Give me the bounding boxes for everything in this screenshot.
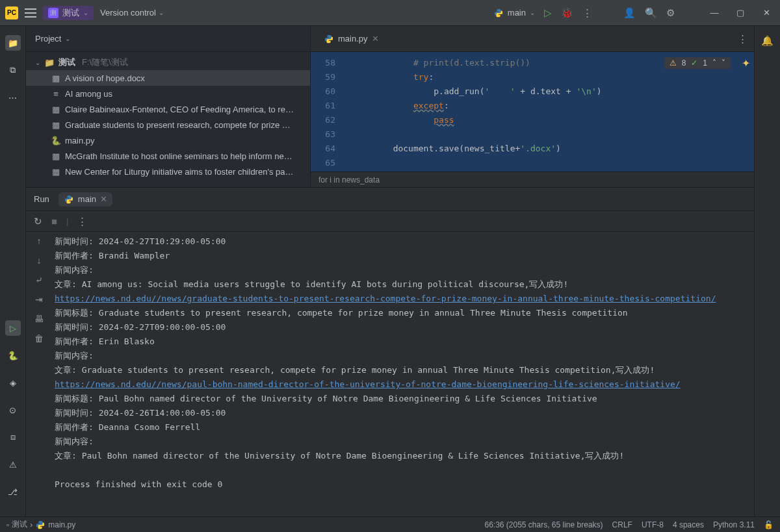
scroll-to-end-icon[interactable]: ⇥ <box>35 294 43 305</box>
titlebar: PC 测 测试 ⌄ Version control ⌄ main ⌄ ▷ 🐞 ⋮… <box>0 0 780 26</box>
tree-item[interactable]: ▦Graduate students to present research, … <box>26 117 310 133</box>
code-with-me-icon[interactable]: 👤 <box>623 7 636 19</box>
file-icon: ▦ <box>51 120 61 130</box>
interpreter[interactable]: Python 3.11 <box>713 520 755 529</box>
file-icon: ▦ <box>51 167 61 177</box>
chevron-down-icon: ⌄ <box>35 59 40 66</box>
nav-breadcrumb[interactable]: ▫ 测试 › main.py <box>6 519 75 530</box>
project-name: 测试 <box>62 7 79 19</box>
more-tools-button[interactable]: ⋯ <box>5 90 21 105</box>
file-icon: 🐍 <box>51 136 61 146</box>
debug-button[interactable]: 🐞 <box>561 7 573 19</box>
window-close[interactable]: ✕ <box>758 5 775 21</box>
editor-breadcrumb[interactable]: for i in news_data <box>311 171 754 187</box>
search-everywhere-icon[interactable]: 🔍 <box>645 7 657 19</box>
passed-count: 1 <box>703 58 707 68</box>
window-minimize[interactable]: — <box>706 5 723 21</box>
project-tool-button[interactable]: 📁 <box>5 35 21 51</box>
clear-icon[interactable]: 🗑 <box>34 333 44 344</box>
python-icon <box>324 34 334 44</box>
file-name: New Center for Liturgy initiative aims t… <box>65 167 293 177</box>
chevron-down-icon: ⌄ <box>159 9 164 16</box>
services-tool-button[interactable]: ◈ <box>5 375 21 390</box>
editor-more-icon[interactable]: ⋮ <box>738 33 748 45</box>
caret-position[interactable]: 66:36 (2055 chars, 65 line breaks) <box>484 520 603 529</box>
more-button[interactable]: ⋮ <box>77 216 87 227</box>
run-side-toolbar: ↑ ↓ ⤶ ⇥ 🖶 🗑 <box>26 232 52 516</box>
file-icon: ▦ <box>51 73 61 83</box>
left-tool-rail: 📁 ⧉ ⋯ ▷ 🐍 ◈ ⊙ ⧈ ⚠ ⎇ <box>0 26 26 516</box>
notifications-icon[interactable]: 🔔 <box>761 35 774 47</box>
project-tree[interactable]: ⌄ 📁 测试 F:\随笔\测试▦A vision of hope.docx≡AI… <box>26 52 310 187</box>
python-console-button[interactable]: 🐍 <box>5 348 21 363</box>
file-name: Graduate students to present research, c… <box>65 120 291 130</box>
up-stack-icon[interactable]: ↑ <box>37 236 42 246</box>
indent-setting[interactable]: 4 spaces <box>673 520 704 529</box>
breadcrumb-text: for i in news_data <box>318 175 380 184</box>
chevron-up-icon[interactable]: ˄ <box>712 58 716 68</box>
status-bar: ▫ 测试 › main.py 66:36 (2055 chars, 65 lin… <box>0 516 780 532</box>
soft-wrap-icon[interactable]: ⤶ <box>35 275 43 285</box>
chevron-down-icon: ⌄ <box>530 9 535 16</box>
more-actions-button[interactable]: ⋮ <box>582 7 592 19</box>
run-button[interactable]: ▷ <box>544 7 552 19</box>
run-configuration-selector[interactable]: main ⌄ <box>493 8 535 18</box>
window-restore[interactable]: ▢ <box>732 5 749 21</box>
vcs-menu[interactable]: Version control ⌄ <box>100 8 164 18</box>
run-toolbar: ↻ ■ | ⋮ <box>26 211 754 232</box>
structure-tool-button[interactable]: ⧉ <box>5 62 21 78</box>
run-tool-button[interactable]: ▷ <box>5 320 21 336</box>
project-selector[interactable]: 测 测试 ⌄ <box>43 6 94 20</box>
console-link[interactable]: https://news.nd.edu//news/graduate-stude… <box>55 294 716 303</box>
settings-icon[interactable]: ⚙ <box>666 7 675 19</box>
tree-item[interactable]: ▦New Center for Liturgy initiative aims … <box>26 164 310 179</box>
tree-item[interactable]: ≡AI among us <box>26 86 310 101</box>
print-icon[interactable]: 🖶 <box>34 314 44 324</box>
line-separator[interactable]: CRLF <box>612 520 632 529</box>
lock-icon[interactable]: 🔓 <box>764 520 774 529</box>
tree-root[interactable]: ⌄ 📁 测试 F:\随笔\测试 <box>26 55 310 70</box>
editor-tab[interactable]: main.py ✕ <box>318 26 384 51</box>
editor-body[interactable]: 5859606162636465 # print(d.text.strip())… <box>311 52 754 171</box>
editor-gutter: 5859606162636465 <box>311 52 342 171</box>
main-menu-button[interactable] <box>25 8 36 18</box>
editor-tab-label: main.py <box>338 34 368 44</box>
editor-panel: main.py ✕ ⋮ 5859606162636465 # print(d.t… <box>311 26 754 187</box>
chevron-down-icon[interactable]: ˅ <box>722 58 725 68</box>
run-tab[interactable]: main ✕ <box>58 192 112 207</box>
code-area[interactable]: # print(d.text.strip()) try: p.add_run('… <box>342 52 754 171</box>
down-stack-icon[interactable]: ↓ <box>37 255 42 266</box>
app-logo: PC <box>5 6 18 19</box>
stop-button[interactable]: ■ <box>51 216 57 227</box>
tree-item[interactable]: ▦McGrath Institute to host online semina… <box>26 148 310 164</box>
project-panel-header[interactable]: Project ⌄ <box>26 26 310 52</box>
tree-item[interactable]: 🐍main.py <box>26 133 310 148</box>
chevron-down-icon: ⌄ <box>83 9 88 16</box>
breadcrumb-project: 测试 <box>12 519 27 530</box>
run-panel-header: Run main ✕ <box>26 188 754 211</box>
ai-assistant-icon[interactable]: ✦ <box>742 57 750 70</box>
console-link[interactable]: https://news.nd.edu//news/paul-bohn-name… <box>55 379 681 389</box>
vcs-tool-button[interactable]: ⎇ <box>5 484 21 500</box>
warning-count: 8 <box>682 58 686 68</box>
run-tab-label: main <box>78 194 96 204</box>
tree-item[interactable]: ▦Claire Babineaux-Fontenot, CEO of Feedi… <box>26 101 310 117</box>
chevron-down-icon: ⌄ <box>65 35 70 42</box>
file-icon: ≡ <box>51 89 61 99</box>
close-tab-icon[interactable]: ✕ <box>100 194 107 204</box>
file-name: McGrath Institute to host online seminar… <box>65 151 292 161</box>
rerun-button[interactable]: ↻ <box>34 216 42 227</box>
project-badge-icon: 测 <box>48 8 58 18</box>
problems-tool-button[interactable]: ⚠ <box>5 457 21 472</box>
tree-item[interactable]: ▦A vision of hope.docx <box>26 70 310 86</box>
inspection-widget[interactable]: ⚠ 8 ✓ 1 ˄ ˅ <box>664 57 731 69</box>
file-icon: ▦ <box>51 151 61 161</box>
console-output[interactable]: 新闻时间: 2024-02-27T10:29:00-05:00新闻作者: Bra… <box>52 232 754 516</box>
close-tab-icon[interactable]: ✕ <box>372 34 379 44</box>
module-icon: ▫ <box>6 520 9 529</box>
debug-tool-button[interactable]: ⊙ <box>5 402 21 418</box>
file-encoding[interactable]: UTF-8 <box>642 520 664 529</box>
file-icon: ▦ <box>51 105 61 114</box>
breadcrumb-file: main.py <box>48 520 75 529</box>
terminal-tool-button[interactable]: ⧈ <box>5 429 21 445</box>
